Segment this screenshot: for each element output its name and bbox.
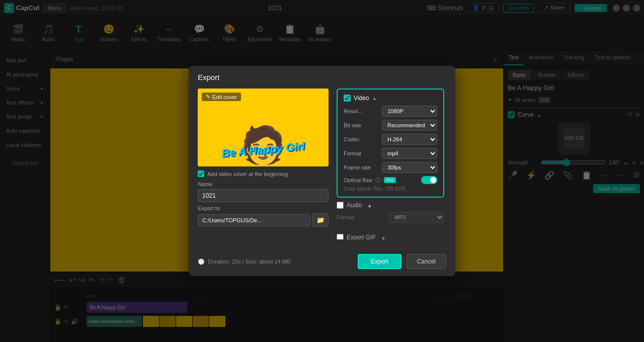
export-path-input[interactable] [198,214,310,226]
duration-info: 🕐 Duration: 15s | Size: about 14 MB [198,259,290,265]
video-enabled-checkbox[interactable] [344,95,351,102]
name-row: Name Export to 📁 [198,181,329,227]
toggle-knob [430,177,436,183]
resolution-row: Resol... 1080P 720P 480P 4K [344,106,437,117]
pro-badge: Pro [384,177,396,183]
audio-fields: Format MP3 AAC WAV [337,212,444,223]
gif-collapse-arrow[interactable]: ▲ [381,235,386,240]
cover-preview-section: 🧑 Be A Happy Girl ✎ Edit cover Add video… [198,89,329,239]
dialog-title: Export [189,66,455,81]
audio-format-select[interactable]: MP3 AAC WAV [389,212,444,223]
add-cover-checkbox[interactable] [198,170,204,177]
folder-browse-button[interactable]: 📁 [312,213,329,227]
audio-format-row: Format MP3 AAC WAV [337,212,444,223]
folder-icon: 📁 [316,216,325,224]
video-section-title: Video [354,95,369,102]
audio-section: Audio ▲ Format MP3 AAC WAV [337,198,444,230]
add-cover-row: Add video cover at the beginning [198,170,329,177]
video-section-header: Video ▲ [344,95,437,102]
codec-row: Codec H.264 H.265 [344,134,437,145]
video-collapse-arrow[interactable]: ▲ [372,96,377,101]
dialog-body: 🧑 Be A Happy Girl ✎ Edit cover Add video… [189,81,455,246]
framerate-row: Frame rate 30fps 24fps 60fps [344,162,437,173]
form-name-row: Name [198,181,329,202]
format-select[interactable]: mp4 mov avi [382,148,437,159]
form-export-to-row: Export to 📁 [198,205,329,227]
audio-collapse-arrow[interactable]: ▲ [367,203,372,208]
clock-icon: 🕐 [198,259,205,265]
name-input[interactable] [198,189,329,202]
format-row: Format mp4 mov avi [344,148,437,159]
codec-select[interactable]: H.264 H.265 [382,134,437,145]
bitrate-row: Bit rate Recommended Low High [344,120,437,131]
audio-section-header: Audio ▲ [337,202,444,209]
dialog-footer: 🕐 Duration: 15s | Size: about 14 MB Expo… [189,248,455,276]
export-dialog: Export 🧑 Be A Happy Girl ✎ Edit cover Ad [189,66,455,276]
footer-buttons: Export Cancel [358,254,446,269]
export-settings-section: Video ▲ Resol... 1080P 720P 480P 4K [337,89,446,239]
gif-section: Export GIF ▲ [337,230,444,239]
optical-flow-label: Optical flow ⓘ Pro [344,177,396,184]
export-path-row: 📁 [198,213,329,227]
dialog-overlay: Export 🧑 Be A Happy Girl ✎ Edit cover Ad [0,0,644,342]
export-gif-checkbox[interactable] [337,234,344,239]
resolution-select[interactable]: 1080P 720P 480P 4K [382,106,437,117]
export-settings-scroll: Video ▲ Resol... 1080P 720P 480P 4K [337,89,446,239]
color-space-label: Color space: Rec. 709 SDR [344,186,437,192]
video-section: Video ▲ Resol... 1080P 720P 480P 4K [337,89,444,198]
info-icon: ⓘ [375,177,381,184]
export-dialog-button[interactable]: Export [358,254,401,269]
cover-image: 🧑 Be A Happy Girl ✎ Edit cover [198,89,329,166]
edit-cover-icon: ✎ [206,94,210,100]
edit-cover-button[interactable]: ✎ Edit cover [202,93,241,101]
optical-flow-row: Optical flow ⓘ Pro [344,176,437,184]
optical-flow-toggle[interactable] [421,176,437,184]
audio-enabled-checkbox[interactable] [337,202,344,209]
framerate-select[interactable]: 30fps 24fps 60fps [382,162,437,173]
bitrate-select[interactable]: Recommended Low High [382,120,437,131]
cancel-dialog-button[interactable]: Cancel [407,254,446,269]
